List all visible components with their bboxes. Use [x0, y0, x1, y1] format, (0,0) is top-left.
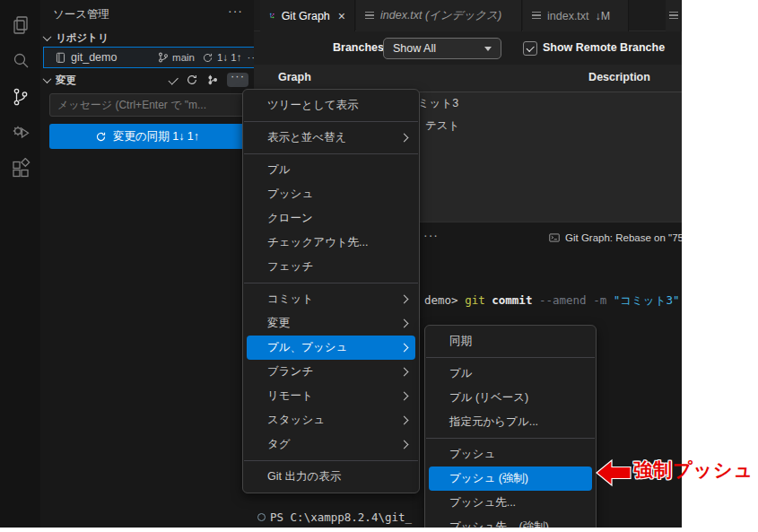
- menu-item-branch[interactable]: ブランチ: [243, 360, 419, 384]
- sync-icon[interactable]: [202, 52, 213, 64]
- tab-index-txt[interactable]: index.txt ↓M: [523, 0, 629, 31]
- submenu-item-pull-from[interactable]: 指定元からプル...: [425, 410, 596, 434]
- menu-item-tag[interactable]: タグ: [243, 432, 419, 457]
- menu-item-remote[interactable]: リモート: [243, 384, 419, 408]
- annotation-text: 強制プッシュ: [633, 458, 754, 483]
- terminal-command-line: demo> git commit --amend -m "コミット3": [424, 292, 680, 309]
- changes-more-actions-icon[interactable]: ···: [227, 73, 248, 87]
- checkmark-icon: [527, 44, 535, 52]
- tab-label: Git Graph: [282, 10, 330, 22]
- close-icon[interactable]: ×: [338, 9, 345, 23]
- tab-partial[interactable]: [666, 0, 682, 31]
- menu-separator: [244, 283, 418, 283]
- command-git: git: [465, 293, 485, 307]
- tab-label: index.txt (インデックス): [380, 8, 501, 23]
- column-header-description: Description: [568, 71, 671, 83]
- menu-item-changes[interactable]: 変更: [243, 311, 419, 336]
- source-control-sidebar: ソース管理 ··· リポジトリ git_demo main 1↓ 1↑ ···: [40, 0, 254, 528]
- tab-modified-badge: ↓M: [596, 10, 611, 22]
- submenu-arrow-icon: [400, 440, 409, 449]
- menu-item-show-git-output[interactable]: Git 出力の表示: [243, 465, 419, 489]
- submenu-item-push[interactable]: プッシュ: [425, 442, 596, 467]
- menu-item-push[interactable]: プッシュ: [243, 182, 419, 206]
- file-icon: [532, 12, 541, 20]
- panel-more-tabs-icon[interactable]: ···: [423, 228, 439, 242]
- commit-check-icon[interactable]: [169, 75, 179, 85]
- changes-section-header[interactable]: 変更 ···: [40, 71, 254, 89]
- screenshot-canvas: ソース管理 ··· リポジトリ git_demo main 1↓ 1↑ ···: [0, 0, 758, 532]
- menu-item-checkout-to[interactable]: チェックアウト先...: [243, 231, 419, 255]
- search-icon[interactable]: [0, 43, 40, 79]
- repo-sync-count: 1↓ 1↑: [217, 52, 242, 63]
- submenu-arrow-icon: [400, 134, 409, 143]
- menu-item-view-as-tree[interactable]: ツリーとして表示: [243, 93, 419, 118]
- pull-push-submenu: 同期 プル プル (リベース) 指定元からプル... プッシュ プッシュ (強制…: [424, 325, 597, 528]
- submenu-item-push-force[interactable]: プッシュ (強制): [429, 467, 592, 491]
- menu-separator: [244, 153, 418, 154]
- file-icon: [365, 12, 374, 20]
- extensions-icon[interactable]: [0, 151, 40, 187]
- terminal-icon: [548, 231, 561, 244]
- menu-separator: [426, 357, 595, 358]
- menu-item-pull[interactable]: プル: [243, 158, 419, 182]
- repositories-section-label: リポジトリ: [56, 31, 109, 45]
- activity-bar: [0, 0, 40, 528]
- sidebar-title: ソース管理: [53, 7, 109, 22]
- shell-command-circle-icon: [257, 513, 266, 521]
- tab-index-txt-index[interactable]: index.txt (インデックス): [356, 0, 522, 31]
- source-control-context-menu: ツリーとして表示 表示と並べ替え プル プッシュ クローン チェックアウト先..…: [242, 89, 420, 493]
- branch-icon: [158, 52, 169, 63]
- column-header-graph: Graph: [278, 71, 311, 83]
- dropdown-caret-icon: [484, 47, 492, 51]
- explorer-icon[interactable]: [0, 7, 40, 43]
- submenu-item-push-to-force[interactable]: プッシュ先... (強制): [425, 515, 596, 528]
- sync-changes-button[interactable]: 変更の同期 1↓ 1↑: [49, 124, 245, 149]
- show-remote-branches-label: Show Remote Branche: [543, 41, 665, 54]
- menu-item-pull-push[interactable]: プル、プッシュ: [247, 336, 415, 360]
- run-and-debug-icon[interactable]: [0, 115, 40, 151]
- annotation-text-outlined: 強制: [633, 459, 673, 480]
- branches-label: Branches:: [333, 41, 388, 54]
- sync-icon: [95, 131, 107, 143]
- menu-item-stash[interactable]: スタッシュ: [243, 408, 419, 432]
- chevron-down-icon: [43, 32, 52, 41]
- tab-label: index.txt: [547, 10, 589, 22]
- submenu-item-pull[interactable]: プル: [425, 362, 596, 386]
- menu-separator: [244, 460, 418, 461]
- sidebar-more-actions-icon[interactable]: ···: [228, 4, 243, 18]
- annotation-arrow-left-icon: [596, 458, 632, 487]
- terminal-tab[interactable]: Git Graph: Rebase on "75a: [548, 230, 682, 246]
- repo-icon: [55, 52, 66, 64]
- show-remote-branches-checkbox[interactable]: [523, 41, 537, 56]
- terminal-tab-label: Git Graph: Rebase on "75a: [565, 232, 682, 243]
- branches-dropdown-value: Show All: [393, 42, 436, 55]
- commit-message-input[interactable]: [49, 93, 245, 117]
- git-graph-view-icon[interactable]: [206, 74, 219, 86]
- chevron-down-icon: [43, 74, 52, 83]
- menu-separator: [426, 438, 595, 439]
- submenu-item-push-to[interactable]: プッシュ先...: [425, 491, 596, 515]
- refresh-icon[interactable]: [186, 74, 198, 86]
- submenu-item-pull-rebase[interactable]: プル (リベース): [425, 386, 596, 410]
- submenu-arrow-icon: [400, 416, 409, 425]
- annotation-text-plain: プッシュ: [673, 459, 754, 480]
- branches-dropdown[interactable]: Show All: [383, 38, 501, 59]
- menu-item-view-and-sort[interactable]: 表示と並べ替え: [243, 126, 419, 150]
- commit-description: テスト: [425, 115, 459, 137]
- git-graph-toolbar: Branches: Show All Show Remote Branche: [254, 31, 682, 65]
- file-icon: [669, 12, 678, 20]
- vscode-window: ソース管理 ··· リポジトリ git_demo main 1↓ 1↑ ···: [0, 0, 682, 528]
- repo-name: git_demo: [71, 51, 117, 64]
- submenu-arrow-icon: [400, 344, 409, 353]
- source-control-icon[interactable]: [0, 79, 40, 115]
- tab-git-graph[interactable]: Git Graph ×: [260, 0, 355, 31]
- repositories-section-header[interactable]: リポジトリ: [44, 31, 109, 45]
- submenu-arrow-icon: [400, 295, 409, 304]
- repository-row-git-demo[interactable]: git_demo main 1↓ 1↑ ···: [43, 47, 265, 68]
- submenu-item-sync[interactable]: 同期: [425, 329, 596, 353]
- submenu-arrow-icon: [400, 368, 409, 377]
- sync-changes-button-label: 変更の同期 1↓ 1↑: [113, 129, 199, 144]
- menu-item-clone[interactable]: クローン: [243, 206, 419, 231]
- menu-item-fetch[interactable]: フェッチ: [243, 255, 419, 279]
- menu-item-commit[interactable]: コミット: [243, 287, 419, 311]
